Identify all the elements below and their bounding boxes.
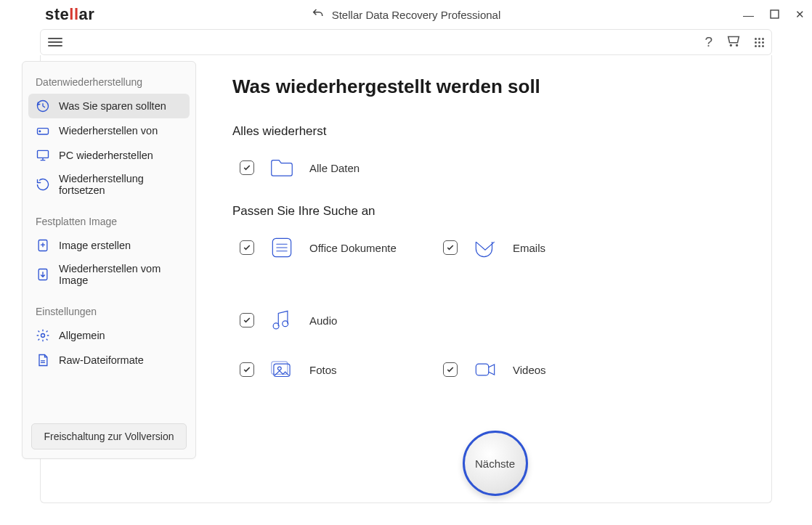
help-button[interactable]: ? [705, 34, 712, 50]
audio-icon [267, 306, 296, 335]
videos-icon [471, 355, 500, 384]
sidebar-item-label: Wiederherstellen von [59, 125, 158, 137]
item-label: Videos [513, 364, 546, 376]
gear-icon [36, 328, 50, 343]
sidebar-item-general[interactable]: Allgemein [28, 323, 190, 348]
item-label: Office Dokumente [309, 242, 397, 254]
app-logo: stellar [9, 5, 94, 24]
section-title-custom: Passen Sie Ihre Suche an [232, 204, 772, 219]
sidebar-section-recovery: Datenwiederherstellung [28, 72, 190, 94]
sidebar-item-restore-from-image[interactable]: Wiederherstellen vom Image [28, 258, 190, 291]
back-icon[interactable] [312, 7, 325, 23]
documents-icon [267, 233, 296, 262]
restore-image-icon [36, 267, 50, 282]
item-label: Emails [513, 242, 545, 254]
svg-point-9 [273, 323, 279, 329]
sidebar-item-what-to-recover[interactable]: Was Sie sparen sollten [28, 94, 190, 118]
sidebar-item-label: Raw-Dateiformate [59, 354, 144, 366]
sidebar: Datenwiederherstellung Was Sie sparen so… [22, 61, 196, 459]
drive-icon [36, 123, 50, 138]
unlock-full-version-button[interactable]: Freischaltung zur Vollversion [31, 423, 187, 449]
checkbox-photos[interactable] [240, 362, 254, 377]
item-videos: Videos [443, 355, 603, 384]
svg-point-7 [41, 334, 45, 338]
section-title-all: Alles wiederherst [232, 124, 772, 139]
checkbox-all-data[interactable] [240, 160, 254, 175]
svg-point-13 [277, 367, 281, 370]
checkbox-documents[interactable] [240, 240, 254, 255]
sidebar-section-settings: Einstellungen [28, 301, 190, 323]
minimize-button[interactable]: — [743, 9, 754, 21]
svg-rect-14 [476, 364, 488, 375]
item-label: Fotos [309, 364, 337, 376]
item-emails: Emails [443, 233, 603, 262]
item-label: Alle Daten [309, 162, 360, 174]
titlebar: stellar Stellar Data Recovery Profession… [0, 0, 812, 29]
restore-icon [36, 99, 50, 113]
sidebar-item-recover-pc[interactable]: PC wiederherstellen [28, 143, 190, 168]
folder-icon [267, 153, 296, 182]
app-title: Stellar Data Recovery Professional [332, 9, 501, 21]
svg-rect-0 [771, 10, 779, 18]
create-image-icon [36, 238, 50, 253]
sidebar-item-label: Wiederherstellung fortsetzen [59, 173, 182, 196]
sidebar-item-label: PC wiederherstellen [59, 150, 153, 161]
checkbox-audio[interactable] [240, 313, 254, 327]
item-documents: Office Dokumente [240, 233, 399, 262]
window-controls: — ✕ [743, 8, 805, 21]
svg-rect-4 [38, 150, 49, 158]
photos-icon [267, 355, 296, 384]
sidebar-item-raw-formats[interactable]: Raw-Dateiformate [28, 348, 190, 373]
sidebar-item-resume-recovery[interactable]: Wiederherstellung fortsetzen [28, 168, 190, 201]
checkbox-emails[interactable] [443, 240, 458, 255]
next-button[interactable]: Nächste [463, 431, 528, 496]
titlebar-title-group: Stellar Data Recovery Professional [312, 7, 501, 23]
checkbox-videos[interactable] [443, 362, 458, 377]
sidebar-item-label: Image erstellen [59, 240, 131, 251]
next-label: Nächste [475, 457, 515, 470]
toolbar: ? [40, 29, 772, 55]
sidebar-item-label: Allgemein [59, 330, 105, 341]
sidebar-item-label: Was Sie sparen sollten [59, 100, 166, 112]
apps-button[interactable] [755, 38, 764, 47]
raw-icon [36, 353, 50, 367]
sidebar-item-label: Wiederherstellen vom Image [59, 263, 182, 286]
item-all-data: Alle Daten [240, 153, 399, 182]
sidebar-section-image: Festplatten Image [28, 211, 190, 233]
sidebar-item-recover-from[interactable]: Wiederherstellen von [28, 118, 190, 143]
monitor-icon [36, 148, 50, 163]
sidebar-item-create-image[interactable]: Image erstellen [28, 233, 190, 258]
email-icon [471, 233, 500, 262]
resume-icon [36, 177, 50, 192]
page-title: Was wiederhergestellt werden soll [232, 76, 772, 98]
close-button[interactable]: ✕ [795, 8, 805, 21]
cart-button[interactable] [726, 33, 742, 52]
item-photos: Fotos [240, 355, 399, 384]
svg-point-3 [39, 131, 41, 132]
item-audio: Audio [240, 306, 399, 335]
menu-button[interactable] [48, 36, 62, 49]
item-label: Audio [309, 314, 337, 327]
main-content: Was wiederhergestellt werden soll Alles … [218, 61, 772, 503]
maximize-button[interactable] [770, 9, 779, 21]
